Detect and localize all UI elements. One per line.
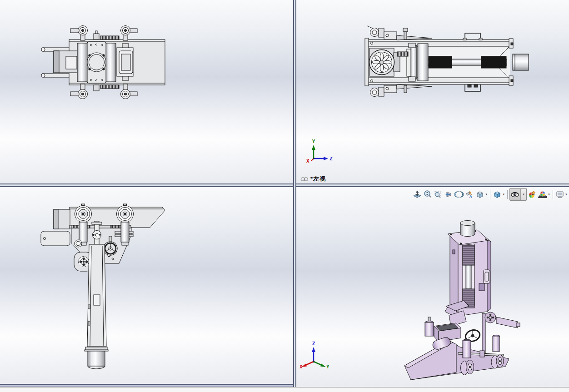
roller-left (75, 204, 92, 245)
toolbar-separator (490, 190, 490, 199)
roller-right (117, 204, 134, 245)
front-view-drawing (0, 187, 293, 384)
pulley-top-right (121, 26, 138, 41)
display-style-icon (493, 190, 502, 199)
wheel-front (461, 339, 474, 375)
vertical-splitter[interactable] (293, 0, 296, 387)
display-style-button[interactable]: ▼ (492, 189, 505, 200)
viewport-front-view[interactable] (0, 187, 293, 384)
axis-label-z: Z (329, 156, 333, 162)
upper-spring (463, 245, 474, 265)
edit-appearance-button[interactable] (527, 189, 537, 200)
apply-scene-icon (538, 190, 547, 199)
view-settings-button[interactable]: ▼ (555, 189, 568, 200)
annotation-views-icon: A (465, 190, 474, 199)
previous-view-button[interactable] (444, 189, 454, 200)
pulley-bottom-left (70, 84, 88, 99)
axis-label-z: Z (312, 341, 315, 347)
caster-bottom (370, 84, 432, 97)
chevron-down-icon[interactable]: ▼ (520, 189, 526, 200)
zoom-to-fit-button[interactable] (412, 189, 422, 200)
axis-label-y: Y (326, 364, 329, 370)
viewport-left-view[interactable]: Y Z X *左视 (296, 0, 569, 184)
chevron-down-icon: ▼ (485, 193, 488, 196)
toolbar-separator (507, 190, 508, 199)
handwheel-front (104, 236, 117, 255)
pulley-bottom-right (121, 84, 138, 99)
axis-label-y: Y (312, 139, 315, 144)
horizontal-splitter[interactable] (0, 184, 569, 187)
axis-label-x: X (299, 364, 303, 370)
caster-top (367, 26, 432, 40)
chevron-down-icon: ▼ (548, 193, 550, 196)
viewport-top-view[interactable] (0, 0, 293, 184)
bottom-left-splitter[interactable] (0, 384, 293, 387)
view-settings-icon (555, 190, 564, 199)
axis-label-x: X (306, 158, 309, 163)
section-view-icon (454, 190, 464, 199)
annotation-letter: A (469, 194, 473, 199)
apply-scene-button[interactable]: ▼ (538, 189, 551, 200)
chevron-down-icon: ▼ (565, 193, 568, 196)
wheel-right (491, 335, 504, 368)
chevron-down-icon: ▼ (502, 193, 505, 196)
reference-triad: Y Z X (302, 138, 334, 163)
link-icon (300, 177, 309, 182)
lower-spring (463, 289, 474, 308)
zoom-to-area-icon (434, 190, 443, 199)
zoom-to-fit-icon (413, 190, 422, 199)
zoom-to-area-button[interactable] (433, 189, 443, 200)
handwheel (369, 50, 394, 75)
view-name-label: *左视 (300, 175, 326, 183)
graphics-area: Y Z X *左视 (0, 0, 569, 392)
left-view-drawing (296, 0, 569, 184)
pulley-top-left (70, 26, 88, 41)
view-name-text: *左视 (310, 175, 326, 183)
lift-cap (460, 223, 475, 237)
isometric-view-drawing (296, 187, 569, 387)
toolbar-separator (553, 190, 553, 199)
top-view-drawing (0, 0, 293, 184)
edit-appearance-icon (528, 190, 537, 199)
reference-triad: Z X Y (299, 340, 331, 370)
dynamic-annotation-views-button[interactable]: A (464, 189, 474, 200)
heads-up-view-toolbar: A ▼ ▼ (412, 189, 568, 200)
zoom-in-out-button[interactable] (423, 189, 433, 200)
hide-show-items-button[interactable]: ▼ (509, 188, 527, 201)
status-strip (0, 387, 569, 392)
previous-view-icon (444, 190, 453, 199)
gear (79, 257, 89, 267)
eye-icon (510, 190, 519, 199)
zoom-in-out-icon (423, 190, 432, 199)
view-orientation-button[interactable]: ▼ (475, 189, 488, 200)
viewport-isometric-view[interactable]: A ▼ ▼ (296, 187, 569, 387)
handwheel-iso (464, 328, 481, 343)
view-orientation-icon (475, 190, 484, 199)
section-view-button[interactable] (454, 189, 464, 200)
